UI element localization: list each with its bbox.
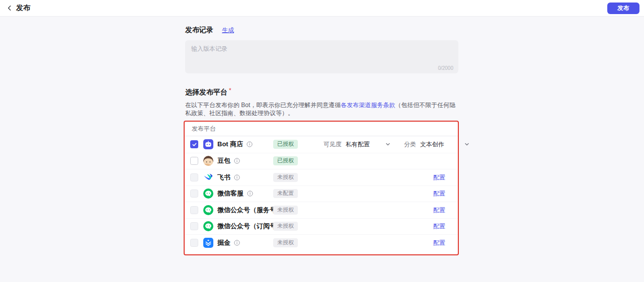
row-checkbox: [190, 173, 198, 181]
top-bar: 发布 发布: [0, 0, 644, 17]
configure-link[interactable]: 配置: [433, 222, 445, 231]
generate-link[interactable]: 生成: [222, 26, 234, 35]
release-notes-box: 0/2000: [185, 40, 458, 73]
platform-name: 掘金: [217, 238, 230, 247]
category-label: 分类: [404, 140, 416, 149]
platform-table-annotation-box: 发布平台 Bot 商店 已授权 可见度 私有配置: [184, 121, 459, 255]
release-notes-title: 发布记录: [185, 26, 213, 35]
chevron-down-icon[interactable]: [385, 142, 390, 147]
back-button[interactable]: [5, 4, 14, 13]
terms-link[interactable]: 各发布渠道服务条款: [341, 102, 395, 109]
row-checkbox: [190, 239, 198, 247]
wechat-mp-icon: [203, 205, 213, 215]
status-badge: 未授权: [273, 222, 298, 231]
chevron-left-icon: [6, 5, 13, 12]
check-icon: [192, 142, 197, 147]
row-extras: 可见度 私有配置 分类 文本创作: [324, 136, 469, 153]
platform-row: 微信公众号（服务号） 未授权 配置: [185, 202, 458, 218]
info-icon[interactable]: [234, 158, 240, 164]
platform-row: 掘金 未授权 配置: [185, 234, 458, 251]
configure-link[interactable]: 配置: [433, 238, 445, 247]
platform-name: 微信客服: [217, 189, 244, 198]
status-badge: 未配置: [273, 189, 298, 198]
status-badge: 未授权: [273, 173, 298, 182]
wechat-mp-icon: [203, 221, 213, 231]
terms-text-before: 在以下平台发布你的 Bot，即表示你已充分理解并同意遵循: [185, 102, 341, 109]
char-counter: 0/2000: [438, 65, 453, 71]
row-checkbox[interactable]: [190, 140, 198, 148]
wechat-kefu-icon: [203, 189, 213, 199]
row-checkbox: [190, 206, 198, 214]
category-value[interactable]: 文本创作: [420, 140, 444, 149]
platform-name: 飞书: [217, 173, 230, 182]
status-badge: 已授权: [273, 140, 298, 149]
row-checkbox[interactable]: [190, 157, 198, 165]
platform-section-title: 选择发布平台: [185, 88, 227, 97]
row-checkbox: [190, 222, 198, 230]
platform-name: Bot 商店: [217, 140, 243, 149]
platform-row: 微信客服 未配置 配置: [185, 185, 458, 202]
platform-table-body: Bot 商店 已授权 可见度 私有配置 分类 文本创作: [185, 136, 458, 251]
status-badge: 未授权: [273, 206, 298, 215]
configure-link[interactable]: 配置: [433, 206, 445, 214]
platform-row: Bot 商店 已授权 可见度 私有配置 分类 文本创作: [185, 136, 458, 153]
juejin-icon: [203, 238, 213, 248]
chevron-down-icon[interactable]: [464, 142, 469, 147]
platform-row: 飞书 未授权 配置: [185, 169, 458, 185]
platform-row: 微信公众号（订阅号） 未授权 配置: [185, 218, 458, 235]
status-badge: 未授权: [273, 238, 298, 247]
info-icon[interactable]: [247, 141, 253, 147]
platform-section-header: 选择发布平台 *: [185, 88, 231, 97]
platform-table-header: 发布平台: [185, 122, 458, 136]
configure-link[interactable]: 配置: [433, 190, 445, 198]
visibility-label: 可见度: [324, 140, 342, 149]
platform-row: 豆包 已授权: [185, 153, 458, 169]
status-badge: 已授权: [273, 156, 298, 165]
bot-store-icon: [203, 139, 213, 149]
page-title: 发布: [16, 4, 30, 13]
info-icon[interactable]: [234, 240, 240, 246]
info-icon[interactable]: [234, 174, 240, 180]
required-mark: *: [229, 87, 231, 97]
publish-page: 发布 发布 发布记录 生成 0/2000 选择发布平台 * 在以下平台发布你的 …: [0, 0, 644, 282]
configure-link[interactable]: 配置: [433, 173, 445, 181]
platform-name: 豆包: [217, 156, 230, 165]
publish-button[interactable]: 发布: [607, 3, 639, 14]
release-notes-input[interactable]: [185, 40, 458, 73]
doubao-avatar: [203, 156, 213, 166]
row-checkbox: [190, 190, 198, 198]
platform-terms-text: 在以下平台发布你的 Bot，即表示你已充分理解并同意遵循各发布渠道服务条款（包括…: [185, 101, 457, 117]
info-icon[interactable]: [247, 191, 253, 197]
visibility-value[interactable]: 私有配置: [346, 140, 370, 149]
feishu-icon: [203, 172, 213, 182]
release-notes-header: 发布记录 生成: [185, 26, 234, 35]
